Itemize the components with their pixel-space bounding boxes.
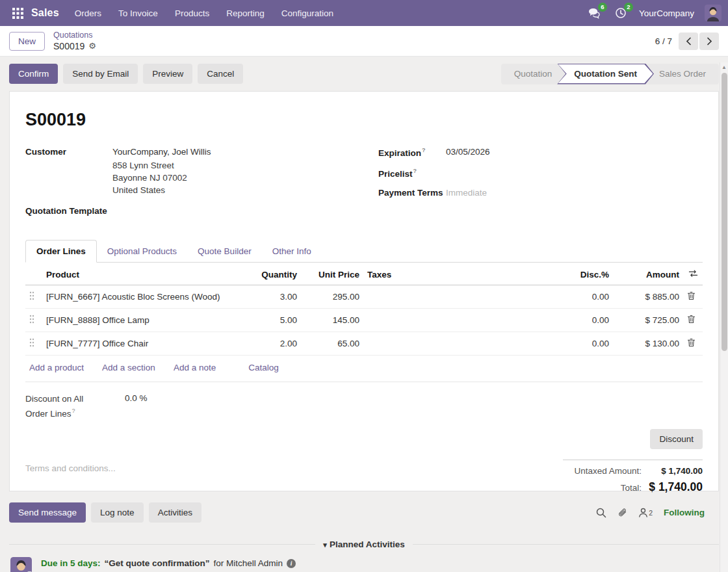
- quotation-template-field: Quotation Template: [25, 206, 350, 216]
- right-field-column: Expiration? 03/05/2026 Pricelist? Paymen…: [378, 147, 703, 226]
- record-actions-gear-icon[interactable]: ⚙: [88, 41, 96, 51]
- quantity-cell[interactable]: 5.00: [245, 309, 301, 332]
- delete-line-icon[interactable]: [687, 291, 696, 302]
- search-messages-icon[interactable]: [596, 508, 606, 518]
- status-bar: Quotation Quotation Sent Sales Order: [501, 64, 719, 84]
- total-row: Total: $ 1,740.00: [563, 480, 703, 494]
- add-a-product-link[interactable]: Add a product: [29, 363, 84, 372]
- unit-price-cell[interactable]: 145.00: [301, 309, 363, 332]
- followers-button[interactable]: 2: [638, 508, 653, 517]
- log-note-button[interactable]: Log note: [91, 502, 144, 523]
- tab-optional-products[interactable]: Optional Products: [97, 240, 187, 262]
- amount-column-header[interactable]: Amount: [613, 263, 683, 285]
- preview-button[interactable]: Preview: [143, 64, 192, 84]
- optional-columns-icon[interactable]: [688, 269, 698, 280]
- vertical-scrollbar[interactable]: ▲: [720, 62, 728, 572]
- order-lines-table: Product Quantity Unit Price Taxes Disc.%…: [25, 263, 703, 356]
- nav-menu-configuration[interactable]: Configuration: [274, 5, 341, 22]
- activity-due-text: Due in 5 days:: [41, 558, 101, 568]
- taxes-column-header[interactable]: Taxes: [363, 263, 558, 285]
- unit-price-column-header[interactable]: Unit Price: [301, 263, 363, 285]
- product-cell[interactable]: [FURN_6667] Acoustic Bloc Screens (Wood): [42, 285, 245, 309]
- discount-button[interactable]: Discount: [650, 429, 703, 449]
- discount-cell[interactable]: 0.00: [558, 332, 613, 356]
- quantity-cell[interactable]: 2.00: [245, 332, 301, 356]
- discount-cell[interactable]: 0.00: [558, 309, 613, 332]
- tab-order-lines[interactable]: Order Lines: [25, 240, 97, 263]
- breadcrumb-current: S00019 ⚙: [53, 41, 96, 53]
- row-handle-cell: [25, 309, 42, 332]
- delete-line-icon[interactable]: [687, 338, 696, 349]
- scroll-up-arrow-icon[interactable]: ▲: [720, 62, 728, 70]
- drag-handle-icon[interactable]: [29, 291, 34, 302]
- chatter-toolbar: Send message Log note Activities 2 Follo…: [9, 502, 719, 523]
- status-step-sales-order[interactable]: Sales Order: [646, 64, 719, 84]
- discount-cell[interactable]: 0.00: [558, 285, 613, 309]
- apps-grid-icon[interactable]: [6, 3, 29, 23]
- catalog-link[interactable]: Catalog: [248, 363, 279, 372]
- totals-block: Untaxed Amount: $ 1,740.00 Total: $ 1,74…: [563, 453, 703, 499]
- delete-line-icon[interactable]: [687, 315, 696, 326]
- user-avatar[interactable]: [705, 5, 722, 21]
- help-question-icon: ?: [72, 408, 75, 414]
- status-step-quotation[interactable]: Quotation: [501, 64, 566, 84]
- nav-menu-reporting[interactable]: Reporting: [218, 5, 272, 22]
- cancel-button[interactable]: Cancel: [198, 64, 243, 84]
- nav-menu-products[interactable]: Products: [167, 5, 217, 22]
- taxes-cell[interactable]: [363, 332, 558, 356]
- sheet-bottom: Terms and conditions... Untaxed Amount: …: [25, 453, 703, 499]
- quotation-title: S00019: [25, 110, 703, 130]
- unit-price-cell[interactable]: 65.00: [301, 332, 363, 356]
- discount-column-header[interactable]: Disc.%: [558, 263, 613, 285]
- payment-terms-label: Payment Terms: [378, 188, 446, 198]
- customer-name-link[interactable]: YourCompany, Joel Willis: [112, 147, 211, 157]
- messages-button[interactable]: 6: [587, 6, 603, 20]
- tab-quote-builder[interactable]: Quote Builder: [187, 240, 262, 262]
- followers-count: 2: [649, 509, 653, 517]
- expiration-input[interactable]: 03/05/2026: [446, 147, 490, 158]
- tab-other-info[interactable]: Other Info: [262, 240, 322, 262]
- new-button[interactable]: New: [9, 32, 45, 51]
- status-step-quotation-sent[interactable]: Quotation Sent: [557, 64, 654, 84]
- order-line-row: [FURN_7777] Office Chair 2.00 65.00 0.00…: [25, 332, 703, 356]
- info-icon[interactable]: i: [287, 559, 296, 568]
- taxes-cell[interactable]: [363, 309, 558, 332]
- unit-price-cell[interactable]: 295.00: [301, 285, 363, 309]
- discount-input[interactable]: 0.0 %: [125, 393, 148, 420]
- taxes-cell[interactable]: [363, 285, 558, 309]
- add-a-note-link[interactable]: Add a note: [174, 363, 216, 372]
- quantity-column-header[interactable]: Quantity: [245, 263, 301, 285]
- activities-button-chatter[interactable]: Activities: [149, 502, 202, 523]
- drag-handle-icon[interactable]: [29, 315, 34, 326]
- send-by-email-button[interactable]: Send by Email: [63, 64, 138, 84]
- activities-button[interactable]: 2: [613, 6, 629, 20]
- attachments-icon[interactable]: [618, 507, 627, 518]
- planned-activities-toggle[interactable]: ▾Planned Activities: [323, 540, 404, 549]
- drag-handle-icon[interactable]: [29, 338, 34, 349]
- help-question-icon: ?: [413, 168, 417, 174]
- send-message-button[interactable]: Send message: [9, 502, 86, 523]
- nav-menu-to-invoice[interactable]: To Invoice: [110, 5, 166, 22]
- chevron-left-icon: [686, 37, 692, 46]
- app-name[interactable]: Sales: [31, 7, 59, 19]
- pager-next-button[interactable]: [699, 32, 719, 50]
- activity-body: Due in 5 days: “Get quote confirmation” …: [41, 557, 296, 572]
- product-cell[interactable]: [FURN_7777] Office Chair: [42, 332, 245, 356]
- breadcrumb-quotations-link[interactable]: Quotations: [53, 31, 92, 41]
- untaxed-amount-label: Untaxed Amount:: [574, 466, 642, 476]
- add-a-section-link[interactable]: Add a section: [102, 363, 155, 372]
- product-column-header[interactable]: Product: [42, 263, 245, 285]
- payment-terms-input[interactable]: Immediate: [446, 188, 487, 198]
- nav-menu-orders[interactable]: Orders: [67, 5, 109, 22]
- totals-divider: [563, 460, 703, 460]
- scrollbar-thumb[interactable]: [722, 73, 727, 351]
- company-menu[interactable]: YourCompany: [639, 8, 694, 18]
- confirm-button[interactable]: Confirm: [9, 64, 58, 84]
- total-value: $ 1,740.00: [648, 480, 703, 494]
- quantity-cell[interactable]: 3.00: [245, 285, 301, 309]
- header-fields: Customer YourCompany, Joel Willis 858 Ly…: [25, 147, 703, 226]
- terms-and-conditions-input[interactable]: Terms and conditions...: [25, 453, 563, 499]
- following-button[interactable]: Following: [664, 508, 705, 517]
- product-cell[interactable]: [FURN_8888] Office Lamp: [42, 309, 245, 332]
- pager-previous-button[interactable]: [679, 32, 698, 50]
